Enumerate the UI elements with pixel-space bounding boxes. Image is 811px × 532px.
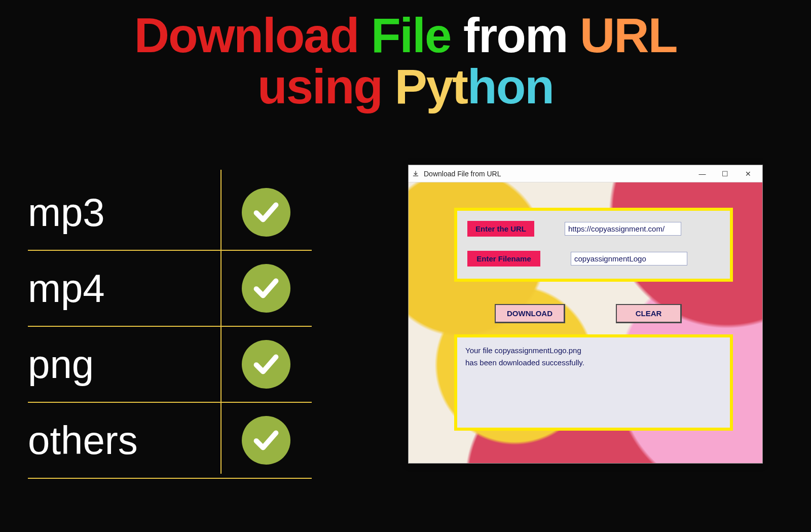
title-word-file: File xyxy=(371,8,451,62)
format-label: mp4 xyxy=(28,265,220,312)
url-field-row: Enter the URL xyxy=(467,221,720,237)
close-button[interactable]: ✕ xyxy=(736,167,759,181)
main-title: Download File from URL using Python xyxy=(0,0,811,112)
format-check-cell xyxy=(220,340,312,389)
window-titlebar: Download File from URL — ☐ ✕ xyxy=(409,165,762,182)
formats-table: mp3 mp4 png others xyxy=(28,175,312,479)
format-check-cell xyxy=(220,264,312,313)
check-icon xyxy=(242,264,290,313)
filename-input[interactable] xyxy=(571,252,687,265)
check-icon xyxy=(242,188,290,237)
download-button[interactable]: DOWNLOAD xyxy=(495,304,565,323)
table-column-separator xyxy=(220,170,222,474)
format-label: png xyxy=(28,341,220,388)
maximize-button[interactable]: ☐ xyxy=(714,167,736,181)
download-icon xyxy=(412,170,420,178)
title-word-download: Download xyxy=(134,8,359,62)
table-row: others xyxy=(28,403,312,478)
table-row: mp4 xyxy=(28,251,312,326)
table-row: mp3 xyxy=(28,175,312,250)
check-icon xyxy=(242,340,290,389)
window-title: Download File from URL xyxy=(424,170,501,178)
format-check-cell xyxy=(220,416,312,465)
title-word-python-a: Pyt xyxy=(395,59,467,113)
window-body: Enter the URL Enter Filename DOWNLOAD CL… xyxy=(409,182,762,463)
button-row: DOWNLOAD CLEAR xyxy=(495,304,682,323)
minimize-button[interactable]: — xyxy=(691,167,714,181)
table-row: png xyxy=(28,327,312,402)
format-label: mp3 xyxy=(28,189,220,236)
clear-button[interactable]: CLEAR xyxy=(616,304,682,323)
url-label: Enter the URL xyxy=(467,221,534,237)
title-word-using: using xyxy=(257,59,382,113)
input-panel: Enter the URL Enter Filename xyxy=(454,208,733,282)
filename-label: Enter Filename xyxy=(467,251,540,267)
table-divider xyxy=(28,478,312,479)
title-word-url: URL xyxy=(580,8,677,62)
url-input[interactable] xyxy=(565,222,681,236)
title-word-python-b: hon xyxy=(467,59,554,113)
filename-field-row: Enter Filename xyxy=(467,251,720,267)
format-label: others xyxy=(28,417,220,464)
title-word-from: from xyxy=(463,8,567,62)
check-icon xyxy=(242,416,290,465)
status-line-2: has been downloaded successfully. xyxy=(465,357,722,369)
status-message-box: Your file copyassignmentLogo.png has bee… xyxy=(454,334,733,431)
format-check-cell xyxy=(220,188,312,237)
app-window: Download File from URL — ☐ ✕ Enter the U… xyxy=(408,165,763,464)
status-line-1: Your file copyassignmentLogo.png xyxy=(465,345,722,357)
